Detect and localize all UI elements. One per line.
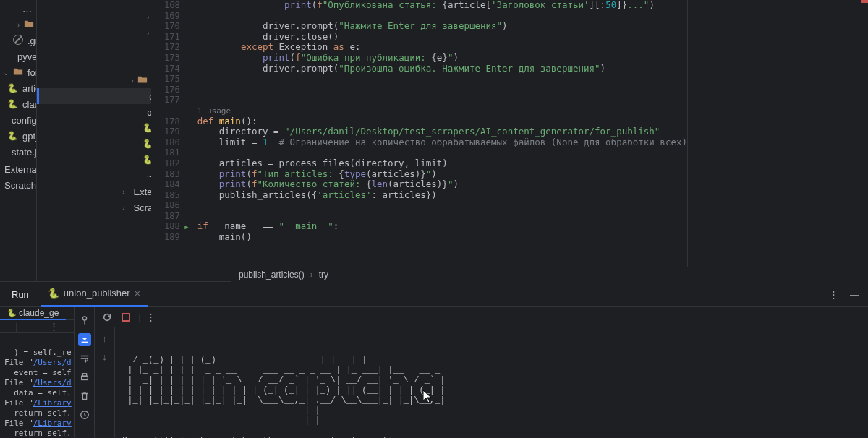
line-gutter[interactable]: 1681691701711721731741751761771781791801… [151, 0, 187, 281]
python-icon: 🐍 [7, 83, 18, 93]
code-line[interactable]: except Exception as e: [197, 42, 687, 53]
more-vert-icon[interactable]: ⋮ [146, 312, 156, 322]
close-icon[interactable]: × [135, 288, 140, 299]
code-line[interactable] [197, 95, 687, 106]
tree-item[interactable]: pyvenv. [0, 48, 36, 64]
tree-item[interactable]: 🐍process_txt_files.py [37, 120, 151, 136]
chevron-icon: › [17, 21, 20, 29]
code-line[interactable]: def main(): [197, 116, 687, 127]
tree-item-label: article_the [22, 83, 37, 94]
tree-item[interactable]: 🐍gpt_gen_a [0, 128, 36, 144]
error-marker[interactable] [861, 0, 868, 3]
tree-item[interactable]: ›include [37, 9, 151, 25]
clock-icon[interactable] [78, 408, 91, 421]
tree-item-label: config.env [12, 115, 37, 126]
tree-item-label: pyvenv. [17, 51, 37, 62]
chevron-right-icon: › [310, 270, 313, 280]
tree-item[interactable]: 🐍claude_ger [0, 96, 36, 112]
tree-item[interactable]: ›lib [0, 17, 36, 33]
run-gutter-icon[interactable]: ▶ [184, 222, 188, 233]
code-content[interactable]: print(f"Опубликована статья: {article['З… [187, 0, 687, 281]
more-vert-icon[interactable]: ⋮ [826, 289, 841, 300]
run-tool-window: Run 🐍 union_publisher × ⋮ — 🐍 claude_ge … [0, 281, 868, 438]
tree-item[interactable]: ~$output.xlsx [37, 168, 151, 184]
tree-item[interactable]: ›lib [37, 25, 151, 40]
breadcrumb-part[interactable]: try [319, 270, 328, 280]
chevron-icon: › [147, 29, 149, 37]
code-line[interactable]: publish_articles({'articles': articles}) [197, 190, 687, 201]
code-line[interactable] [197, 85, 687, 95]
code-line[interactable] [197, 74, 687, 85]
minimize-icon[interactable]: — [847, 289, 862, 300]
external-libraries-label: External Libraries [133, 186, 150, 197]
traceback-output[interactable]: ) = self._re File "/Users/d event = self… [0, 333, 75, 438]
tree-item[interactable]: .gitigno [0, 33, 36, 48]
tree-item[interactable]: config.env [37, 88, 151, 104]
breadcrumb[interactable]: publish_articles() › try [231, 267, 868, 282]
external-libraries-mid[interactable]: › External Libraries [37, 184, 151, 199]
tree-item[interactable]: pyvenv.cfg [37, 56, 151, 72]
more-vert-icon[interactable]: ⋮ [49, 321, 59, 332]
tree-item[interactable]: 🐍RPA_publisher.py [37, 136, 151, 152]
left-log-tab-label: claude_ge [19, 308, 59, 318]
tree-item[interactable]: ⌄for_publis [0, 64, 36, 80]
tree-item-label: state.json [12, 147, 37, 158]
python-icon: 🐍 [7, 99, 18, 109]
rerun-icon[interactable] [101, 311, 114, 324]
scratches-mid[interactable]: › Scratches and Consoles [37, 199, 151, 215]
code-editor[interactable]: 1681691701711721731741751761771781791801… [151, 0, 868, 281]
console-output[interactable]: __ _ _ _ _ _ / _(_) | | | (_) | | | | | … [115, 327, 868, 438]
down-arrow-icon[interactable]: ↓ [102, 351, 107, 362]
scratches[interactable]: Scratches and [0, 177, 36, 193]
code-line[interactable] [197, 200, 687, 211]
svg-rect-23 [81, 342, 88, 343]
code-line[interactable]: articles = process_files(directory, limi… [197, 158, 687, 169]
chevron-icon: › [131, 77, 133, 85]
scroll-to-end-icon[interactable] [78, 333, 91, 346]
error-stripe[interactable] [861, 0, 868, 281]
code-line[interactable]: driver.close() [197, 32, 687, 43]
code-line[interactable]: directory = "/Users/danil/Desktop/test_s… [197, 126, 687, 137]
breadcrumb-fn[interactable]: publish_articles() [239, 270, 305, 280]
code-line[interactable]: print(f"Опубликована статья: {article['З… [197, 0, 687, 11]
step-icon[interactable] [78, 314, 91, 327]
chevron-right-icon: › [122, 204, 124, 212]
tree-item-label: .gitigno [27, 35, 37, 46]
code-line[interactable]: 1 usage [197, 106, 687, 116]
code-line[interactable]: print(f"Ошибка при публикации: {e}") [197, 53, 687, 64]
delete-icon[interactable] [78, 390, 91, 403]
tree-item[interactable]: 🐍union_publisher.py [37, 152, 151, 168]
python-icon: 🐍 [7, 309, 16, 317]
sep-icon: | [15, 321, 17, 332]
scratches-label: Scratches and [4, 180, 37, 191]
code-line[interactable]: limit = 1 # Ограничение на количество об… [197, 137, 687, 148]
stop-icon[interactable] [119, 311, 132, 324]
code-line[interactable] [197, 147, 687, 158]
tree-item[interactable]: 🐍article_the [0, 80, 36, 96]
project-tree-left[interactable]: ⋯ ›lib.gitignopyvenv.⌄for_publis🐍article… [0, 0, 37, 281]
external-libraries[interactable]: External Libr [0, 161, 36, 177]
code-line[interactable] [197, 11, 687, 22]
more-icon[interactable]: ⋯ [22, 6, 32, 17]
code-line[interactable] [197, 211, 687, 222]
tree-item[interactable]: output.xlsx [37, 104, 151, 120]
tree-item[interactable]: state.json [0, 144, 36, 160]
gitignore-icon [13, 35, 23, 47]
print-icon[interactable] [78, 371, 91, 384]
tree-item[interactable]: ›error_logs [37, 72, 151, 88]
code-line[interactable]: print(f"Тип articles: {type(articles)}") [197, 169, 687, 180]
soft-wrap-icon[interactable] [78, 352, 91, 365]
left-log-tab[interactable]: 🐍 claude_ge [0, 307, 66, 320]
code-line[interactable]: if __name__ == "__main__": [197, 221, 687, 232]
project-tree-popup[interactable]: ›include›lib.gitignorepyvenv.cfg›error_l… [37, 0, 151, 281]
code-line[interactable]: print(f"Количество статей: {len(articles… [197, 179, 687, 190]
run-side-toolbar [75, 307, 95, 438]
folder-icon [137, 74, 148, 87]
up-arrow-icon[interactable]: ↑ [102, 333, 107, 344]
code-line[interactable]: driver.prompt("Нажмите Enter для заверше… [197, 21, 687, 32]
tree-item[interactable]: config.env [0, 112, 36, 128]
code-line[interactable]: driver.prompt("Произошла ошибка. Нажмите… [197, 64, 687, 74]
tree-item[interactable]: .gitignore [37, 40, 151, 56]
run-config-tab[interactable]: 🐍 union_publisher × [41, 282, 148, 307]
code-line[interactable]: main() [197, 232, 687, 243]
